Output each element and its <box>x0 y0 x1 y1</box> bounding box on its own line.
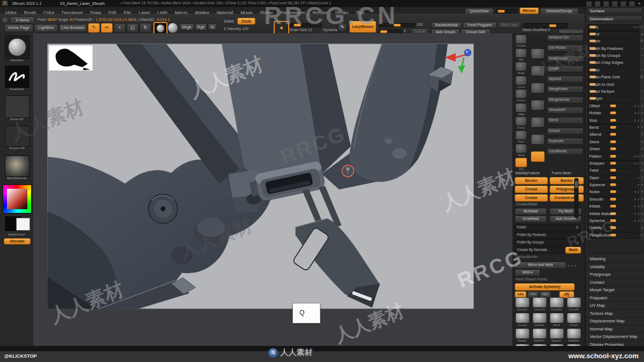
window-icon-3[interactable] <box>603 1 609 6</box>
tool-strip-item[interactable]: Clip <box>514 158 528 172</box>
viewport-canvas[interactable]: Q <box>33 33 513 348</box>
panel-scrollbar[interactable] <box>574 178 579 218</box>
zsub-button[interactable]: Zsub <box>237 18 255 25</box>
brush-preset[interactable]: Displac <box>531 313 547 327</box>
brush-preset[interactable]: MaskPe <box>531 328 547 343</box>
switch-color-label[interactable]: SwitchColor <box>0 233 33 236</box>
grow-mask-button[interactable]: GrowMask <box>515 216 547 223</box>
brush-preset[interactable]: Weld <box>548 313 565 327</box>
close-icon[interactable]: ✕ <box>638 2 641 6</box>
tool-strip-item[interactable]: Mat <box>514 48 528 62</box>
lightbox-button[interactable]: LightBox <box>34 24 58 32</box>
brush-preset[interactable]: Smooth <box>514 297 530 312</box>
deformation-slider[interactable]: Spherize x y z <box>586 218 644 225</box>
deformation-slider[interactable]: Sharpen x y z <box>586 160 644 167</box>
material-thumbnail[interactable] <box>5 156 30 177</box>
deformation-slider[interactable]: Inflate x y z <box>586 203 644 210</box>
deformation-slider[interactable]: Flatten x y z <box>586 153 644 160</box>
palette-section[interactable]: Polygroups <box>586 271 644 279</box>
deformation-slider[interactable]: Taper x z <box>586 174 644 181</box>
deformation-slider[interactable]: Noise x y z <box>586 189 644 196</box>
quicksave-button[interactable]: QuickSave <box>465 8 494 14</box>
brush-preset[interactable]: CurveSn <box>548 297 565 312</box>
palette-section[interactable]: Contact <box>586 279 644 287</box>
material-preview-icon[interactable] <box>167 23 178 33</box>
deformation-slider[interactable]: Relax Plane Grid D <box>586 74 644 81</box>
palette-section[interactable]: Texture Map <box>586 310 644 318</box>
polish-by-groups-slider[interactable]: Polish By Groups• <box>515 239 581 246</box>
deformation-slider[interactable]: Polish Crisp Edges • <box>586 60 644 67</box>
deformation-slider[interactable]: Perspective z <box>586 232 644 239</box>
mask-by-feature-button[interactable]: Crease <box>515 194 548 202</box>
subtool-op-button[interactable]: Append <box>547 76 583 83</box>
z-intensity-slider[interactable]: Z Intensity 100 <box>224 27 248 31</box>
user-icon[interactable] <box>620 1 626 6</box>
secondary-color-swatch[interactable] <box>16 218 30 231</box>
deformation-slider[interactable]: Polish D <box>586 38 644 45</box>
scale-mode-icon[interactable]: ◱ <box>127 23 138 33</box>
weld-button[interactable]: Weld ▾ <box>515 269 540 276</box>
dynamic-label[interactable]: Dynamic <box>323 28 338 32</box>
deformation-slider[interactable]: Bend x z <box>586 124 644 131</box>
tool-strip-item[interactable]: Active <box>514 89 528 103</box>
subtool-op-button[interactable]: Extract <box>547 128 583 135</box>
tool-strip-item[interactable]: Persp <box>514 116 528 130</box>
frame-mesh-button[interactable]: Polygroups <box>550 186 584 193</box>
backface-mask-button[interactable]: BackfaceMask <box>431 22 462 28</box>
palette-section[interactable]: Vector Displacement Map <box>586 333 644 341</box>
axis-gizmo[interactable] <box>445 49 471 73</box>
crease-by-normals-slider[interactable]: Crease By Normals <box>515 247 566 254</box>
help-icon[interactable] <box>629 1 635 6</box>
brush-preset[interactable]: MaskRe <box>566 328 582 343</box>
brush-preset[interactable]: CurveTu <box>531 297 547 312</box>
texture-thumbnail[interactable] <box>5 125 30 147</box>
blur-mask-button[interactable]: BlurMask <box>515 208 547 215</box>
brush-preset[interactable]: Chisel <box>566 313 582 327</box>
subtool-op-button[interactable]: SmoothMT <box>547 107 583 114</box>
default-zscript-button[interactable]: DefaultZScript <box>540 8 579 14</box>
tool-strip-item[interactable]: Curve <box>514 76 528 90</box>
color-picker[interactable] <box>3 184 32 213</box>
mask-by-feature-button[interactable]: Crease <box>515 186 548 193</box>
move-mode-icon[interactable]: + <box>114 23 126 33</box>
alternate-button[interactable]: Alternate <box>4 238 31 245</box>
deformation-slider[interactable]: ReSym • <box>586 95 644 102</box>
polish-slider[interactable]: Polish⚙ <box>515 224 581 231</box>
frame-mesh-button[interactable]: Border <box>550 177 584 184</box>
palette-section[interactable]: Masking <box>586 255 644 263</box>
palette-section[interactable]: Displacement Map <box>586 317 644 326</box>
deformation-header[interactable]: Deformation <box>587 16 642 21</box>
subtool-op-button[interactable]: LazyMouse <box>547 148 583 155</box>
rgb-button[interactable]: Rgb <box>195 24 207 31</box>
polish-by-features-slider[interactable]: Polish By Features• <box>515 232 581 239</box>
mask-by-feature-button[interactable]: Border <box>515 177 548 184</box>
mask-small-button[interactable]: Mask <box>565 247 581 254</box>
subtool-op-button[interactable]: MergeDown <box>547 86 583 93</box>
window-icon-4[interactable] <box>612 1 618 6</box>
edit-mode-icon[interactable]: ✎ <box>88 23 100 33</box>
fresh-polypaint-button[interactable]: Fresh Polypaint <box>463 22 497 28</box>
lazymouse-button[interactable]: LazyMouse <box>349 21 376 33</box>
tool-strip-item[interactable]: Wrap <box>514 144 528 158</box>
deformation-slider[interactable]: Gravity y <box>586 225 644 232</box>
rotate-mode-icon[interactable]: ↻ <box>140 23 151 33</box>
lazymouse-pen-icon[interactable]: ✎ <box>337 22 348 33</box>
pressure-slider[interactable] <box>496 9 517 13</box>
tool-strip-item[interactable]: Floor <box>514 130 528 144</box>
deformation-slider[interactable]: Coils x y z <box>586 24 644 31</box>
zadd-label[interactable]: Zadd <box>224 19 233 24</box>
subtool-op-button[interactable]: Delete <box>547 65 583 72</box>
deformation-slider[interactable]: Offset x y z <box>586 102 644 109</box>
palette-section[interactable]: UV Map <box>586 302 644 310</box>
surface-header[interactable]: Surface <box>587 8 642 13</box>
tool-strip-item[interactable]: Mrgb <box>514 62 528 76</box>
subtool-op-button[interactable]: MergeSimilar <box>547 97 583 104</box>
brush-preset[interactable]: MaskA <box>514 328 530 343</box>
alpha-thumbnail[interactable] <box>5 95 30 118</box>
deformation-slider[interactable]: Skew x <box>586 138 644 145</box>
deformation-slider[interactable]: Polish By Features • <box>586 45 644 52</box>
subtool-op-button[interactable]: Duplicate <box>547 138 583 145</box>
draw-size-slider[interactable] <box>290 23 322 27</box>
deformation-slider[interactable]: Twist z <box>586 167 644 174</box>
palette-section[interactable]: Normal Map <box>586 326 644 334</box>
